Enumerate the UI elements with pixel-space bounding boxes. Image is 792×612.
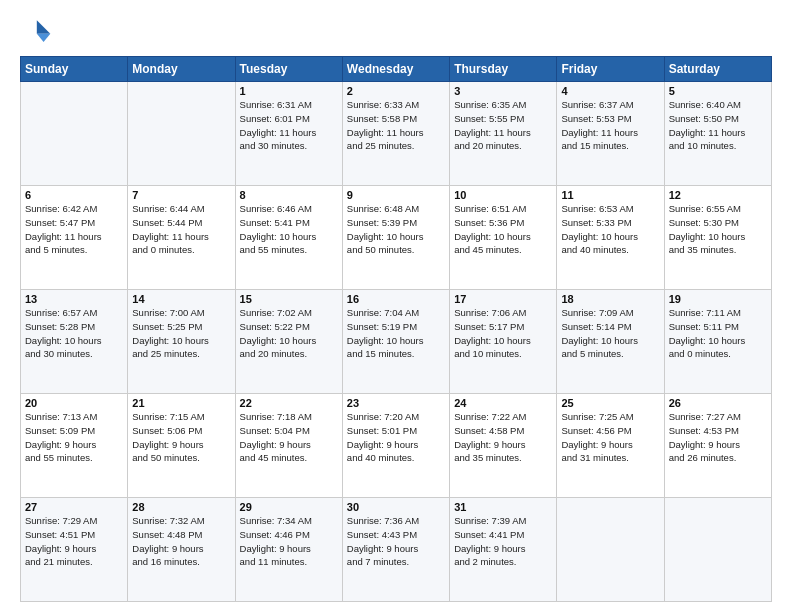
day-number: 1: [240, 85, 338, 97]
day-info: Sunrise: 6:44 AM Sunset: 5:44 PM Dayligh…: [132, 202, 230, 257]
calendar-cell: [664, 498, 771, 602]
day-number: 14: [132, 293, 230, 305]
header: [20, 18, 772, 46]
header-cell: Friday: [557, 57, 664, 82]
day-info: Sunrise: 6:55 AM Sunset: 5:30 PM Dayligh…: [669, 202, 767, 257]
calendar-cell: 23Sunrise: 7:20 AM Sunset: 5:01 PM Dayli…: [342, 394, 449, 498]
day-number: 11: [561, 189, 659, 201]
day-number: 16: [347, 293, 445, 305]
day-info: Sunrise: 7:00 AM Sunset: 5:25 PM Dayligh…: [132, 306, 230, 361]
day-number: 20: [25, 397, 123, 409]
day-number: 7: [132, 189, 230, 201]
day-info: Sunrise: 6:48 AM Sunset: 5:39 PM Dayligh…: [347, 202, 445, 257]
calendar-cell: 24Sunrise: 7:22 AM Sunset: 4:58 PM Dayli…: [450, 394, 557, 498]
day-info: Sunrise: 6:33 AM Sunset: 5:58 PM Dayligh…: [347, 98, 445, 153]
day-info: Sunrise: 7:34 AM Sunset: 4:46 PM Dayligh…: [240, 514, 338, 569]
day-info: Sunrise: 7:04 AM Sunset: 5:19 PM Dayligh…: [347, 306, 445, 361]
day-number: 31: [454, 501, 552, 513]
day-number: 23: [347, 397, 445, 409]
day-number: 4: [561, 85, 659, 97]
header-cell: Monday: [128, 57, 235, 82]
calendar-cell: 4Sunrise: 6:37 AM Sunset: 5:53 PM Daylig…: [557, 82, 664, 186]
calendar-cell: 10Sunrise: 6:51 AM Sunset: 5:36 PM Dayli…: [450, 186, 557, 290]
day-number: 3: [454, 85, 552, 97]
day-number: 19: [669, 293, 767, 305]
calendar-body: 1Sunrise: 6:31 AM Sunset: 6:01 PM Daylig…: [21, 82, 772, 602]
calendar-cell: [557, 498, 664, 602]
calendar-cell: 9Sunrise: 6:48 AM Sunset: 5:39 PM Daylig…: [342, 186, 449, 290]
day-number: 9: [347, 189, 445, 201]
calendar-cell: 2Sunrise: 6:33 AM Sunset: 5:58 PM Daylig…: [342, 82, 449, 186]
day-info: Sunrise: 7:11 AM Sunset: 5:11 PM Dayligh…: [669, 306, 767, 361]
day-info: Sunrise: 7:09 AM Sunset: 5:14 PM Dayligh…: [561, 306, 659, 361]
day-number: 25: [561, 397, 659, 409]
calendar-cell: 15Sunrise: 7:02 AM Sunset: 5:22 PM Dayli…: [235, 290, 342, 394]
calendar-week: 27Sunrise: 7:29 AM Sunset: 4:51 PM Dayli…: [21, 498, 772, 602]
calendar-cell: 18Sunrise: 7:09 AM Sunset: 5:14 PM Dayli…: [557, 290, 664, 394]
calendar-cell: 12Sunrise: 6:55 AM Sunset: 5:30 PM Dayli…: [664, 186, 771, 290]
page: SundayMondayTuesdayWednesdayThursdayFrid…: [0, 0, 792, 612]
header-cell: Wednesday: [342, 57, 449, 82]
calendar-cell: 1Sunrise: 6:31 AM Sunset: 6:01 PM Daylig…: [235, 82, 342, 186]
day-number: 22: [240, 397, 338, 409]
day-number: 12: [669, 189, 767, 201]
day-number: 18: [561, 293, 659, 305]
calendar-header: SundayMondayTuesdayWednesdayThursdayFrid…: [21, 57, 772, 82]
day-info: Sunrise: 7:36 AM Sunset: 4:43 PM Dayligh…: [347, 514, 445, 569]
calendar-cell: 25Sunrise: 7:25 AM Sunset: 4:56 PM Dayli…: [557, 394, 664, 498]
calendar-cell: [21, 82, 128, 186]
day-info: Sunrise: 6:42 AM Sunset: 5:47 PM Dayligh…: [25, 202, 123, 257]
calendar-cell: 30Sunrise: 7:36 AM Sunset: 4:43 PM Dayli…: [342, 498, 449, 602]
calendar-cell: 16Sunrise: 7:04 AM Sunset: 5:19 PM Dayli…: [342, 290, 449, 394]
day-number: 28: [132, 501, 230, 513]
logo-icon: [20, 18, 52, 46]
day-info: Sunrise: 6:57 AM Sunset: 5:28 PM Dayligh…: [25, 306, 123, 361]
day-info: Sunrise: 7:27 AM Sunset: 4:53 PM Dayligh…: [669, 410, 767, 465]
day-info: Sunrise: 7:15 AM Sunset: 5:06 PM Dayligh…: [132, 410, 230, 465]
day-number: 15: [240, 293, 338, 305]
calendar-cell: 13Sunrise: 6:57 AM Sunset: 5:28 PM Dayli…: [21, 290, 128, 394]
day-number: 29: [240, 501, 338, 513]
calendar-cell: 26Sunrise: 7:27 AM Sunset: 4:53 PM Dayli…: [664, 394, 771, 498]
day-info: Sunrise: 6:46 AM Sunset: 5:41 PM Dayligh…: [240, 202, 338, 257]
calendar-cell: 22Sunrise: 7:18 AM Sunset: 5:04 PM Dayli…: [235, 394, 342, 498]
day-number: 13: [25, 293, 123, 305]
day-info: Sunrise: 7:29 AM Sunset: 4:51 PM Dayligh…: [25, 514, 123, 569]
calendar-cell: 19Sunrise: 7:11 AM Sunset: 5:11 PM Dayli…: [664, 290, 771, 394]
svg-marker-1: [37, 34, 50, 42]
calendar-cell: 7Sunrise: 6:44 AM Sunset: 5:44 PM Daylig…: [128, 186, 235, 290]
calendar-week: 6Sunrise: 6:42 AM Sunset: 5:47 PM Daylig…: [21, 186, 772, 290]
logo: [20, 18, 56, 46]
day-info: Sunrise: 7:22 AM Sunset: 4:58 PM Dayligh…: [454, 410, 552, 465]
day-info: Sunrise: 7:06 AM Sunset: 5:17 PM Dayligh…: [454, 306, 552, 361]
day-info: Sunrise: 7:39 AM Sunset: 4:41 PM Dayligh…: [454, 514, 552, 569]
calendar-cell: 6Sunrise: 6:42 AM Sunset: 5:47 PM Daylig…: [21, 186, 128, 290]
day-number: 27: [25, 501, 123, 513]
day-info: Sunrise: 6:51 AM Sunset: 5:36 PM Dayligh…: [454, 202, 552, 257]
day-info: Sunrise: 6:53 AM Sunset: 5:33 PM Dayligh…: [561, 202, 659, 257]
calendar-cell: 31Sunrise: 7:39 AM Sunset: 4:41 PM Dayli…: [450, 498, 557, 602]
day-number: 8: [240, 189, 338, 201]
calendar-cell: 14Sunrise: 7:00 AM Sunset: 5:25 PM Dayli…: [128, 290, 235, 394]
calendar-cell: 17Sunrise: 7:06 AM Sunset: 5:17 PM Dayli…: [450, 290, 557, 394]
day-number: 30: [347, 501, 445, 513]
svg-marker-0: [37, 20, 50, 33]
day-info: Sunrise: 7:13 AM Sunset: 5:09 PM Dayligh…: [25, 410, 123, 465]
day-info: Sunrise: 7:32 AM Sunset: 4:48 PM Dayligh…: [132, 514, 230, 569]
calendar-cell: 29Sunrise: 7:34 AM Sunset: 4:46 PM Dayli…: [235, 498, 342, 602]
day-number: 10: [454, 189, 552, 201]
calendar-cell: 21Sunrise: 7:15 AM Sunset: 5:06 PM Dayli…: [128, 394, 235, 498]
day-number: 17: [454, 293, 552, 305]
day-info: Sunrise: 7:20 AM Sunset: 5:01 PM Dayligh…: [347, 410, 445, 465]
calendar-week: 1Sunrise: 6:31 AM Sunset: 6:01 PM Daylig…: [21, 82, 772, 186]
calendar-cell: 28Sunrise: 7:32 AM Sunset: 4:48 PM Dayli…: [128, 498, 235, 602]
calendar-table: SundayMondayTuesdayWednesdayThursdayFrid…: [20, 56, 772, 602]
day-info: Sunrise: 6:37 AM Sunset: 5:53 PM Dayligh…: [561, 98, 659, 153]
calendar-cell: 8Sunrise: 6:46 AM Sunset: 5:41 PM Daylig…: [235, 186, 342, 290]
calendar-cell: [128, 82, 235, 186]
calendar-cell: 5Sunrise: 6:40 AM Sunset: 5:50 PM Daylig…: [664, 82, 771, 186]
day-info: Sunrise: 7:18 AM Sunset: 5:04 PM Dayligh…: [240, 410, 338, 465]
day-info: Sunrise: 6:31 AM Sunset: 6:01 PM Dayligh…: [240, 98, 338, 153]
day-number: 21: [132, 397, 230, 409]
day-number: 2: [347, 85, 445, 97]
